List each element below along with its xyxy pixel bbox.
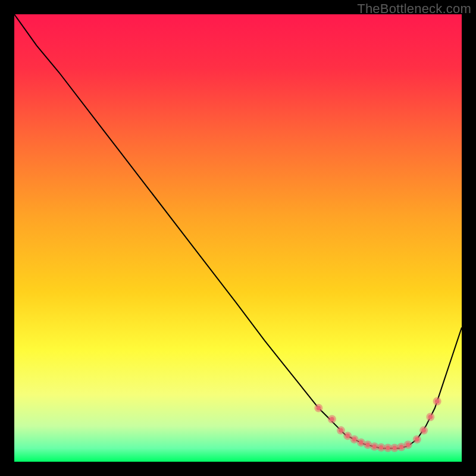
dot-inner (386, 446, 390, 450)
dot-inner (330, 417, 334, 422)
dot-inner (392, 446, 397, 450)
dot-inner (372, 444, 377, 449)
dot-inner (435, 399, 440, 404)
dot-inner (421, 428, 426, 433)
watermark-text: TheBottleneck.com (357, 1, 471, 17)
dot-inner (339, 428, 343, 433)
dot-inner (399, 444, 404, 449)
dot-inner (415, 437, 419, 442)
dot-inner (365, 443, 370, 447)
dot-inner (379, 445, 384, 450)
chart-frame: TheBottleneck.com (0, 0, 476, 476)
dot-inner (352, 437, 357, 442)
dot-inner (317, 406, 321, 411)
dot-inner (345, 434, 350, 439)
curve-path (14, 14, 462, 448)
dot-inner (428, 415, 433, 419)
curve-line (14, 14, 462, 448)
dot-inner (406, 443, 411, 447)
highlight-dots (314, 397, 441, 452)
dot-inner (359, 440, 364, 445)
plot-overlay (14, 14, 462, 462)
